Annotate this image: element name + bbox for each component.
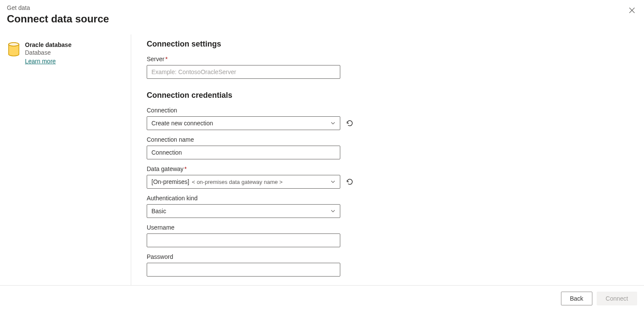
database-icon [8,42,20,56]
learn-more-link[interactable]: Learn more [25,58,56,65]
auth-label: Authentication kind [147,195,632,202]
connect-button[interactable]: Connect [597,292,637,305]
auth-select-value: Basic [151,208,166,215]
main-panel: Connection settings Server* Connection c… [131,34,644,285]
username-input[interactable] [147,233,340,247]
page-title: Connect data source [7,13,637,25]
close-icon [629,7,635,13]
back-button[interactable]: Back [561,292,592,305]
connection-select-value: Create new connection [151,120,213,127]
required-indicator: * [165,56,167,62]
data-source-item: Oracle database Database Learn more [8,41,124,65]
server-label: Server* [147,56,632,62]
username-label: Username [147,224,632,231]
chevron-down-icon [330,179,336,184]
gateway-label: Data gateway* [147,165,632,172]
refresh-icon [346,119,354,127]
section-connection-settings: Connection settings [147,40,632,49]
section-connection-credentials: Connection credentials [147,91,632,100]
auth-select[interactable]: Basic [147,204,340,218]
server-input[interactable] [147,65,340,79]
refresh-gateway-button[interactable] [345,177,354,186]
required-indicator: * [185,165,187,172]
sidebar: Oracle database Database Learn more [0,34,131,285]
refresh-icon [346,178,354,186]
connection-label: Connection [147,107,632,114]
close-button[interactable] [628,6,636,15]
breadcrumb: Get data [7,4,637,11]
dialog-footer: Back Connect [0,285,644,311]
connection-name-label: Connection name [147,136,632,143]
refresh-connection-button[interactable] [345,119,354,128]
password-label: Password [147,253,632,260]
gateway-select[interactable]: [On-premises]< on-premises data gateway … [147,175,340,189]
svg-point-3 [9,43,19,46]
chevron-down-icon [330,121,336,126]
source-type: Database [25,49,71,56]
gateway-select-value: [On-premises]< on-premises data gateway … [151,178,283,185]
dialog-header: Get data Connect data source [0,0,644,32]
connection-name-input[interactable] [147,146,340,159]
chevron-down-icon [330,208,336,214]
connection-select[interactable]: Create new connection [147,116,340,130]
password-input[interactable] [147,263,340,277]
source-name: Oracle database [25,41,71,48]
